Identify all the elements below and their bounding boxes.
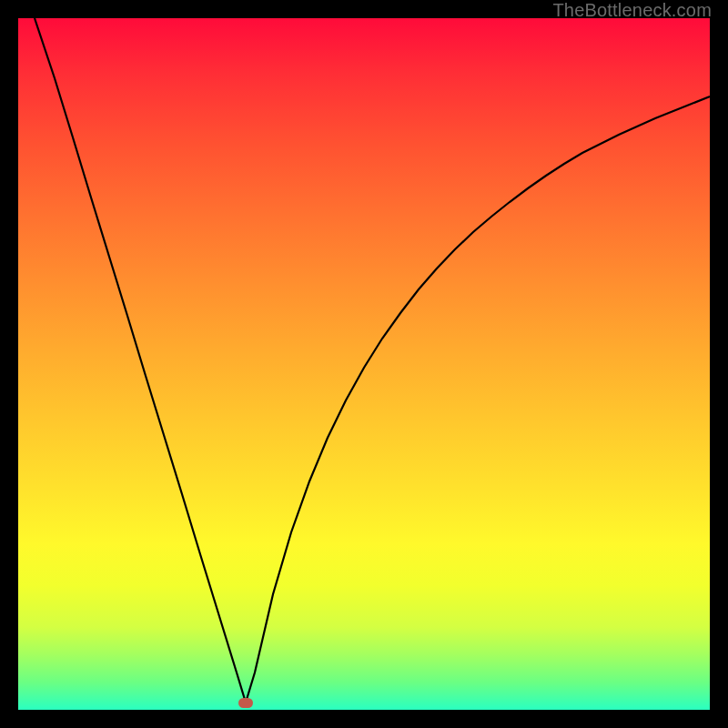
chart-frame: TheBottleneck.com xyxy=(0,0,728,728)
bottleneck-curve-right xyxy=(246,96,710,703)
minimum-marker xyxy=(238,698,253,708)
bottleneck-curve-left xyxy=(35,18,246,703)
curve-svg xyxy=(18,18,710,710)
watermark-text: TheBottleneck.com xyxy=(552,0,712,21)
